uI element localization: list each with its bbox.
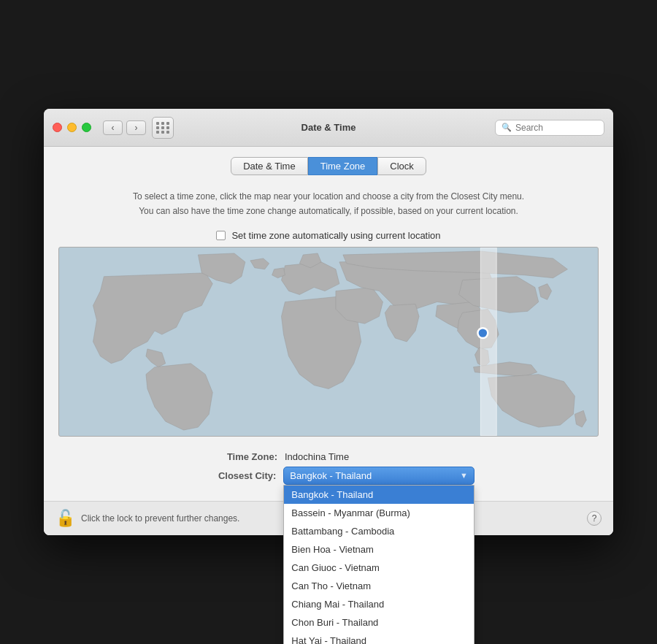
search-input[interactable] [515, 123, 598, 133]
timezone-label: Time Zone: [182, 451, 277, 462]
instruction-text: To select a time zone, click the map nea… [44, 184, 613, 223]
minimize-button[interactable] [67, 123, 77, 132]
closest-city-dropdown: Bangkok - Thailand ▼ Bangkok - Thailand … [283, 467, 474, 485]
maximize-button[interactable] [82, 123, 91, 132]
content-area: Date & Time Time Zone Clock To select a … [44, 147, 613, 534]
dropdown-arrow-icon: ▼ [460, 471, 468, 480]
dropdown-item-3[interactable]: Bien Hoa - Vietnam [284, 540, 474, 559]
world-map-container[interactable] [58, 247, 599, 437]
search-bar[interactable]: 🔍 [495, 120, 604, 136]
grid-icon [156, 122, 170, 134]
auto-location-label: Set time zone automatically using curren… [231, 230, 440, 241]
tabs-container: Date & Time Time Zone Clock [44, 147, 613, 184]
apps-grid-button[interactable] [152, 117, 174, 139]
tab-date-time[interactable]: Date & Time [231, 157, 308, 175]
dropdown-item-2[interactable]: Battambang - Cambodia [284, 522, 474, 540]
close-button[interactable] [53, 123, 62, 132]
timezone-row: Time Zone: Indochina Time [182, 451, 474, 462]
lock-text: Click the lock to prevent further change… [81, 513, 239, 524]
info-rows: Time Zone: Indochina Time Closest City: … [44, 444, 613, 492]
dropdown-item-1[interactable]: Bassein - Myanmar (Burma) [284, 504, 474, 522]
auto-location-checkbox[interactable] [216, 231, 226, 240]
titlebar: ‹ › Date & Time 🔍 [44, 109, 613, 147]
dropdown-selected[interactable]: Bangkok - Thailand ▼ [283, 467, 474, 485]
dropdown-item-4[interactable]: Can Giuoc - Vietnam [284, 559, 474, 577]
main-window: ‹ › Date & Time 🔍 Date & Time Time Zone … [44, 109, 613, 534]
dropdown-item-5[interactable]: Can Tho - Vietnam [284, 577, 474, 595]
dropdown-item-7[interactable]: Chon Buri - Thailand [284, 613, 474, 632]
svg-rect-1 [480, 248, 496, 436]
dropdown-selected-text: Bangkok - Thailand [290, 470, 372, 481]
lock-icon[interactable]: 🔓 [55, 509, 75, 528]
closest-city-row: Closest City: Bangkok - Thailand ▼ Bangk… [182, 467, 474, 485]
tab-clock[interactable]: Clock [377, 157, 426, 175]
nav-buttons: ‹ › [103, 120, 146, 135]
back-button[interactable]: ‹ [103, 120, 123, 135]
auto-location-row: Set time zone automatically using curren… [44, 230, 613, 241]
search-icon: 🔍 [502, 123, 512, 132]
instruction-line1: To select a time zone, click the map nea… [133, 191, 524, 202]
instruction-line2: You can also have the time zone change a… [139, 206, 518, 216]
closest-city-label: Closest City: [182, 470, 276, 481]
forward-button[interactable]: › [126, 120, 146, 135]
svg-point-2 [477, 328, 488, 338]
window-title: Date & Time [301, 122, 356, 133]
dropdown-item-0[interactable]: Bangkok - Thailand [284, 486, 474, 504]
dropdown-item-6[interactable]: Chiang Mai - Thailand [284, 595, 474, 613]
dropdown-item-8[interactable]: Hat Yai - Thailand [284, 632, 474, 644]
tab-time-zone[interactable]: Time Zone [308, 157, 378, 175]
world-map [59, 248, 598, 436]
dropdown-list: Bangkok - Thailand Bassein - Myanmar (Bu… [283, 485, 474, 644]
forward-icon: › [135, 123, 138, 133]
back-icon: ‹ [112, 123, 115, 133]
help-button[interactable]: ? [587, 511, 602, 526]
timezone-value: Indochina Time [285, 451, 349, 462]
traffic-lights [53, 123, 91, 132]
